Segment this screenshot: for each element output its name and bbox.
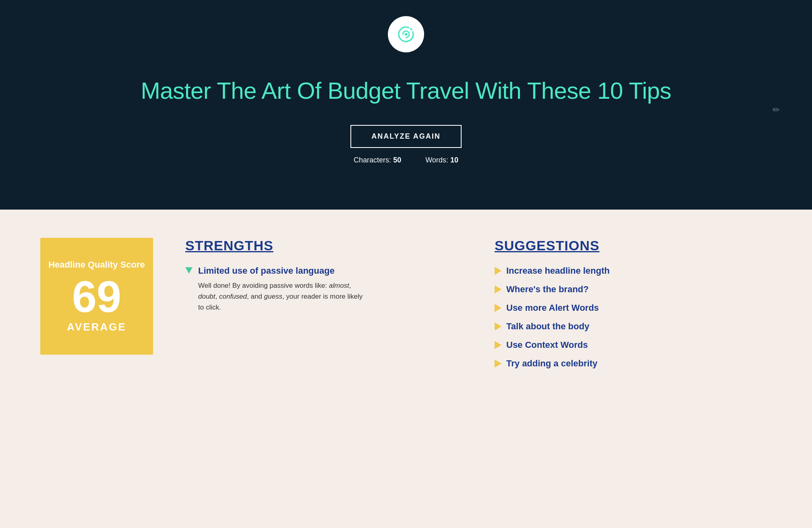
strength-content: Limited use of passive language Well don… [198,266,367,313]
logo [388,16,424,52]
score-number: 69 [72,274,121,319]
suggestion-item-brand[interactable]: Where's the brand? [495,284,772,295]
score-label: Headline Quality Score [48,259,145,271]
score-box: Headline Quality Score 69 AVERAGE [40,238,153,355]
words-stat: Words: 10 [425,156,458,164]
results-section: Headline Quality Score 69 AVERAGE STRENG… [0,210,812,409]
logo-icon [396,24,416,45]
strength-description: Well done! By avoiding passive words lik… [198,280,367,313]
suggestion-arrow-icon [495,267,501,275]
suggestion-item-celebrity[interactable]: Try adding a celebrity [495,358,772,369]
stats-row: Characters: 50 Words: 10 [354,156,458,164]
suggestion-item-body[interactable]: Talk about the body [495,321,772,332]
suggestion-label: Where's the brand? [506,284,588,295]
suggestion-item-increase-headline[interactable]: Increase headline length [495,266,772,276]
suggestion-item-context-words[interactable]: Use Context Words [495,340,772,350]
suggestion-arrow-icon [495,285,501,293]
strengths-section: STRENGTHS Limited use of passive languag… [185,238,462,313]
suggestion-label: Try adding a celebrity [506,358,597,369]
suggestion-arrow-icon [495,341,501,349]
suggestion-label: Increase headline length [506,266,610,276]
headline-title: Master The Art Of Budget Travel With The… [141,77,671,105]
strength-title: Limited use of passive language [198,266,367,276]
suggestion-arrow-icon [495,304,501,312]
strength-toggle-icon[interactable] [185,267,193,274]
analyze-again-button[interactable]: ANALYZE AGAIN [350,125,462,148]
hero-section: Master The Art Of Budget Travel With The… [0,0,812,210]
edit-icon[interactable]: ✏ [773,105,780,115]
suggestion-label: Talk about the body [506,321,589,332]
strength-item: Limited use of passive language Well don… [185,266,462,313]
suggestions-section: SUGGESTIONS Increase headline length Whe… [495,238,772,377]
characters-stat: Characters: 50 [354,156,401,164]
score-grade: AVERAGE [67,321,126,333]
suggestion-arrow-icon [495,322,501,331]
strengths-heading: STRENGTHS [185,238,462,254]
suggestions-heading: SUGGESTIONS [495,238,772,254]
suggestion-arrow-icon [495,360,501,368]
svg-point-0 [405,33,408,36]
suggestion-item-alert-words[interactable]: Use more Alert Words [495,303,772,313]
suggestion-label: Use Context Words [506,340,588,350]
suggestion-list: Increase headline length Where's the bra… [495,266,772,369]
suggestion-label: Use more Alert Words [506,303,599,313]
